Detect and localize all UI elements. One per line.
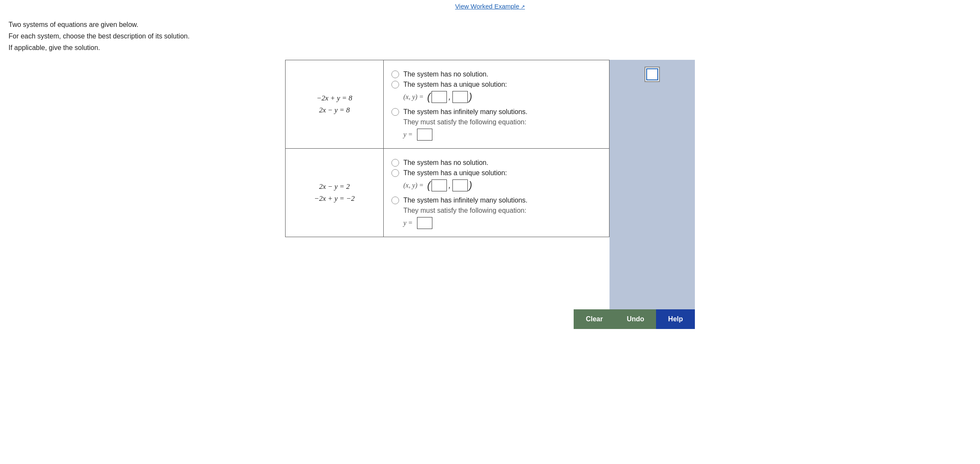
xy-input-row-2: (x, y) = ( , )	[403, 179, 601, 191]
instruction-line3: If applicable, give the solution.	[9, 42, 971, 53]
checkbox-outer[interactable]	[645, 67, 660, 82]
infinite-label-1: The system has infinitely many solutions…	[403, 108, 528, 116]
comma-1: ,	[449, 92, 451, 102]
checkbox-inner	[646, 68, 658, 80]
xy-label-1: (x, y) =	[403, 93, 424, 101]
instruction-line1: Two systems of equations are given below…	[9, 19, 971, 30]
satisfy-row-1: They must satisfy the following equation…	[403, 118, 601, 126]
option-infinite-2[interactable]: The system has infinitely many solutions…	[391, 197, 601, 204]
infinite-label-2: The system has infinitely many solutions…	[403, 197, 528, 204]
equation-cell-1: −2x + y = 8 2x − y = 8	[286, 60, 384, 148]
radio-unique-2[interactable]	[391, 169, 399, 177]
comma-2: ,	[449, 180, 451, 190]
undo-button[interactable]: Undo	[615, 309, 656, 329]
x-input-1[interactable]	[432, 91, 447, 103]
close-paren-1: )	[469, 91, 472, 103]
unique-label-1: The system has a unique solution:	[403, 81, 507, 88]
x-input-2[interactable]	[432, 179, 447, 191]
instruction-line2: For each system, choose the best descrip…	[9, 30, 971, 42]
unique-label-2: The system has a unique solution:	[403, 169, 507, 177]
y-eq-label-2: y =	[403, 219, 413, 227]
y-eq-input-2[interactable]	[417, 217, 432, 229]
no-solution-label-1: The system has no solution.	[403, 70, 488, 78]
eq2-line1: 2x − y = 2	[319, 182, 350, 191]
y-eq-row-2: y =	[403, 217, 601, 229]
option-no-solution-2[interactable]: The system has no solution.	[391, 159, 601, 167]
options-cell-2: The system has no solution. The system h…	[384, 149, 609, 237]
help-button[interactable]: Help	[656, 309, 695, 329]
y-eq-label-1: y =	[403, 131, 413, 138]
radio-no-solution-2[interactable]	[391, 159, 399, 167]
systems-table: −2x + y = 8 2x − y = 8 The system has no…	[285, 60, 610, 237]
option-no-solution-1[interactable]: The system has no solution.	[391, 70, 601, 78]
radio-unique-1[interactable]	[391, 81, 399, 88]
eq2-line2: −2x + y = −2	[314, 194, 355, 203]
system-row-1: −2x + y = 8 2x − y = 8 The system has no…	[286, 60, 609, 149]
xy-label-2: (x, y) =	[403, 182, 424, 189]
right-panel: Clear Undo Help	[610, 60, 695, 329]
open-paren-2: (	[427, 179, 431, 191]
y-eq-row-1: y =	[403, 129, 601, 141]
instructions: Two systems of equations are given below…	[0, 15, 980, 60]
main-layout: −2x + y = 8 2x − y = 8 The system has no…	[0, 60, 980, 329]
option-infinite-1[interactable]: The system has infinitely many solutions…	[391, 108, 601, 116]
top-link-bar: View Worked Example	[0, 0, 980, 15]
action-buttons: Clear Undo Help	[610, 309, 695, 329]
view-worked-example-link[interactable]: View Worked Example	[455, 3, 525, 10]
satisfy-row-2: They must satisfy the following equation…	[403, 207, 601, 214]
option-unique-solution-2[interactable]: The system has a unique solution:	[391, 169, 601, 177]
close-paren-2: )	[469, 179, 472, 191]
y-input-2[interactable]	[452, 179, 468, 191]
eq1-line2: 2x − y = 8	[319, 106, 350, 115]
checkbox-area	[645, 67, 660, 82]
paren-input-1: ( , )	[427, 91, 472, 103]
radio-infinite-1[interactable]	[391, 108, 399, 116]
satisfy-label-2: They must satisfy the following equation…	[403, 207, 526, 214]
open-paren-1: (	[427, 91, 431, 103]
radio-infinite-2[interactable]	[391, 197, 399, 204]
paren-input-2: ( , )	[427, 179, 472, 191]
system-row-2: 2x − y = 2 −2x + y = −2 The system has n…	[286, 149, 609, 237]
y-eq-input-1[interactable]	[417, 129, 432, 141]
no-solution-label-2: The system has no solution.	[403, 159, 488, 167]
clear-button[interactable]: Clear	[574, 309, 615, 329]
equation-cell-2: 2x − y = 2 −2x + y = −2	[286, 149, 384, 237]
xy-input-row-1: (x, y) = ( , )	[403, 91, 601, 103]
satisfy-label-1: They must satisfy the following equation…	[403, 118, 526, 126]
y-input-1[interactable]	[452, 91, 468, 103]
eq1-line1: −2x + y = 8	[317, 94, 353, 103]
radio-no-solution-1[interactable]	[391, 70, 399, 78]
options-cell-1: The system has no solution. The system h…	[384, 60, 609, 148]
option-unique-solution-1[interactable]: The system has a unique solution:	[391, 81, 601, 88]
